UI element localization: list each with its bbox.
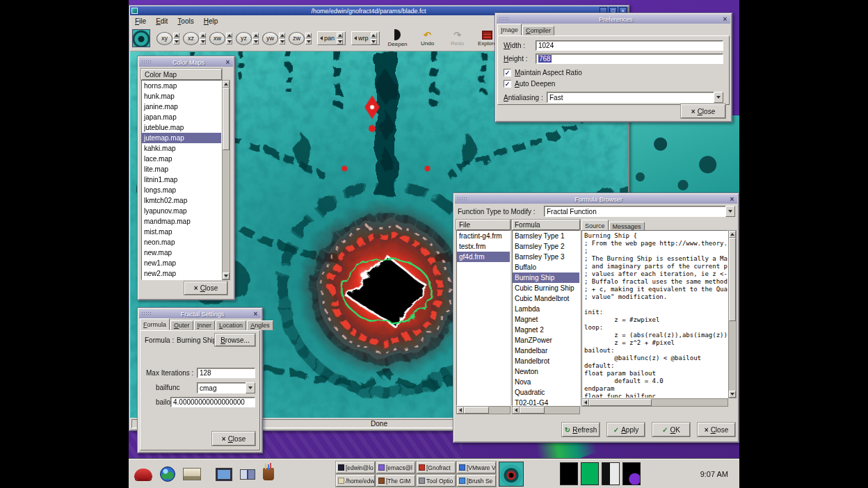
tab[interactable]: Outer — [170, 320, 193, 330]
dropdown-arrow-icon[interactable] — [725, 206, 735, 217]
formula-list-hscrollbar[interactable] — [512, 406, 580, 414]
deepen-button[interactable]: Deepen — [386, 27, 410, 50]
formula-item[interactable]: Cubic Mandelbrot — [513, 293, 579, 304]
spin-down-icon[interactable] — [371, 39, 377, 44]
pan-control[interactable]: pan — [317, 31, 346, 45]
file-column-header[interactable]: File — [456, 220, 511, 230]
menu-item[interactable]: Edit — [151, 17, 172, 25]
color-map-item[interactable]: new2.map — [142, 268, 221, 279]
formula-item[interactable]: Buffalo — [513, 262, 579, 273]
rotate-button-label[interactable]: xz — [183, 32, 199, 45]
rotate-button[interactable]: xw — [209, 32, 232, 45]
apply-button[interactable]: ✓ Apply — [607, 423, 645, 437]
preferences-titlebar[interactable]: Preferences × — [497, 15, 730, 24]
tab[interactable]: Image — [497, 24, 522, 35]
width-input[interactable]: 1024 — [536, 40, 723, 51]
scroll-down-icon[interactable] — [729, 391, 736, 398]
terminal-monitor-icon[interactable] — [216, 468, 232, 481]
scroll-up-icon[interactable] — [729, 231, 736, 238]
file-item[interactable]: fractint-g4.frm — [457, 231, 510, 241]
formula-item[interactable]: Nova — [513, 377, 579, 387]
color-map-item[interactable]: litnin1.map — [142, 174, 221, 185]
tab[interactable]: Angles — [247, 320, 273, 330]
color-map-item[interactable]: lace.map — [142, 154, 221, 164]
scroll-left-icon[interactable] — [457, 407, 464, 414]
rotate-button-label[interactable]: yz — [236, 32, 252, 45]
color-map-item[interactable]: juteblue.map — [142, 122, 221, 133]
utilities-icon[interactable] — [263, 468, 274, 480]
spin-up-icon[interactable] — [252, 33, 259, 38]
tab[interactable]: Location — [216, 320, 246, 330]
dropdown-arrow-icon[interactable] — [246, 382, 255, 393]
taskbar-window-button[interactable]: [The GIM — [376, 475, 415, 487]
spin-up-icon[interactable] — [226, 33, 232, 38]
menu-item[interactable]: Tools — [172, 17, 198, 25]
scrollbar-thumb[interactable] — [729, 238, 736, 321]
window-menu-icon[interactable] — [141, 60, 151, 65]
spin-up-icon[interactable] — [200, 33, 206, 38]
formula-column-header[interactable]: Formula — [512, 220, 580, 230]
formula-item[interactable]: Burning Ship — [513, 273, 579, 283]
tab[interactable]: Formula — [140, 318, 170, 330]
source-code-view[interactable]: Burning Ship { ; From the web page http:… — [581, 230, 728, 398]
function-type-dropdown[interactable]: Fractal Function — [544, 206, 735, 217]
ok-button[interactable]: ✓ OK — [652, 423, 690, 437]
rotate-button-label[interactable]: xy — [156, 32, 172, 45]
tab[interactable]: Compiler — [522, 26, 554, 35]
color-map-item[interactable]: kahki.map — [142, 143, 221, 154]
formula-list[interactable]: Barnsley Type 1Barnsley Type 2Barnsley T… — [512, 230, 580, 406]
close-button[interactable]: × Close — [698, 423, 735, 437]
maintain-aspect-checkbox[interactable]: ✓ — [504, 69, 511, 76]
color-map-scrollbar[interactable] — [222, 80, 230, 280]
color-map-item[interactable]: jutemap.map — [142, 133, 221, 143]
color-map-item[interactable]: horns.map — [142, 81, 221, 91]
taskbar-window-button[interactable]: [emacs@l — [376, 462, 415, 473]
rotate-button-label[interactable]: xw — [209, 32, 225, 45]
spin-up-icon[interactable] — [337, 33, 343, 38]
color-map-item[interactable]: japan.map — [142, 112, 221, 122]
taskbar-window-button[interactable]: [Gnofract — [417, 462, 456, 473]
workspace-pager-icon[interactable] — [240, 469, 255, 480]
close-window-icon[interactable]: × — [252, 310, 259, 318]
fractal-thumbnail-icon[interactable] — [499, 462, 524, 487]
taskbar-window-button[interactable]: /home/edw — [336, 475, 375, 487]
scroll-left-icon[interactable] — [513, 407, 520, 414]
close-window-icon[interactable]: × — [224, 58, 232, 66]
formula-item[interactable]: T02-01-G4 — [513, 398, 579, 406]
antialiasing-dropdown[interactable]: Fast — [547, 92, 723, 103]
file-drawer-icon[interactable] — [183, 468, 201, 480]
refresh-button[interactable]: ↻ Refresh — [562, 423, 600, 437]
scrollbar-thumb[interactable] — [589, 399, 652, 406]
formula-item[interactable]: Magnet — [513, 314, 579, 325]
formula-item[interactable]: Barnsley Type 2 — [513, 241, 579, 252]
window-menu-icon[interactable] — [499, 17, 508, 22]
scrollbar-thumb[interactable] — [223, 88, 230, 150]
color-map-item[interactable]: new1.map — [142, 258, 221, 268]
spin-up-icon[interactable] — [173, 33, 179, 38]
desktop-pager-4[interactable] — [622, 462, 641, 485]
fractal-settings-titlebar[interactable]: Fractal Settings × — [139, 309, 261, 318]
color-map-list[interactable]: horns.maphunk.mapjanine.mapjapan.mapjute… — [141, 80, 222, 280]
file-list-hscrollbar[interactable] — [456, 406, 511, 414]
rotate-button[interactable]: yz — [236, 32, 259, 45]
max-iterations-input[interactable]: 128 — [197, 368, 255, 378]
color-map-item[interactable]: lyapunov.map — [142, 206, 221, 216]
close-window-icon[interactable]: × — [728, 195, 736, 203]
rotate-button[interactable]: xy — [156, 32, 179, 45]
formula-item[interactable]: Mandelbar — [513, 345, 579, 356]
bailfunc-dropdown[interactable]: cmag — [197, 382, 255, 393]
spin-up-icon[interactable] — [305, 33, 312, 38]
color-map-column-header[interactable]: Color Map — [141, 69, 222, 80]
file-item[interactable]: testx.frm — [457, 241, 510, 252]
rotate-button[interactable]: yw — [262, 32, 285, 45]
menu-item[interactable]: File — [130, 17, 151, 25]
browse-button[interactable]: Browse... — [215, 334, 255, 346]
bailout-input[interactable]: 4.00000000000000000 — [170, 397, 255, 407]
undo-button[interactable]: ↶ Undo — [416, 27, 440, 50]
auto-deepen-checkbox[interactable]: ✓ — [504, 80, 511, 88]
redo-button[interactable]: ↷ Redo — [446, 27, 469, 50]
formula-item[interactable]: ManZPower — [513, 335, 579, 345]
rotate-button-label[interactable]: yw — [262, 32, 278, 45]
color-map-item[interactable]: longs.map — [142, 185, 221, 195]
scroll-down-icon[interactable] — [223, 273, 230, 279]
